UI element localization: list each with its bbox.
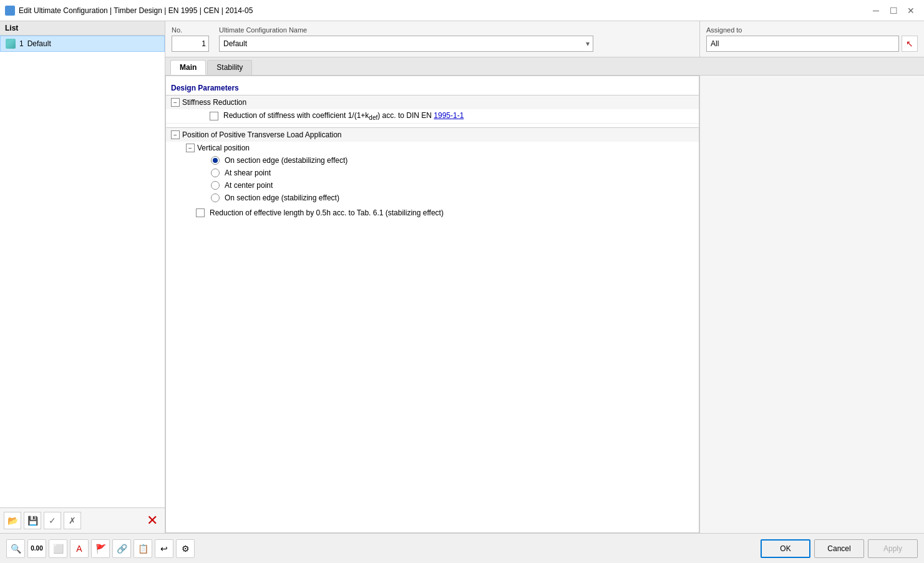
save-icon: 💾	[27, 516, 38, 526]
save-button[interactable]: 💾	[24, 512, 41, 529]
link-toolbar-btn[interactable]: 🔗	[112, 539, 131, 558]
stiffness-link[interactable]: 1995-1-1	[434, 111, 464, 120]
transverse-section: − Position of Positive Transverse Load A…	[166, 127, 699, 219]
right-panel: No. Ultimate Configuration Name Default …	[165, 21, 924, 533]
radio-shear[interactable]	[211, 169, 220, 177]
title-bar: Edit Ultimate Configuration | Timber Des…	[0, 0, 924, 21]
vertical-label: Vertical position	[197, 144, 250, 152]
app-icon	[5, 6, 15, 16]
font-icon: A	[76, 544, 82, 554]
no-label: No.	[172, 26, 209, 34]
radio-center[interactable]	[211, 181, 220, 190]
no-group: No.	[172, 26, 209, 52]
assigned-input[interactable]	[706, 36, 899, 52]
decimal-icon: 0.00	[31, 545, 42, 552]
bottom-toolbar: 🔍 0.00 ⬜ A 🚩 🔗 📋 ↩ ⚙ OK	[0, 533, 924, 563]
flag-icon: 🚩	[95, 544, 106, 554]
assigned-panel: Assigned to ↖	[699, 21, 924, 57]
copy-toolbar-btn[interactable]: 📋	[134, 539, 152, 558]
radio-row-1: On section edge (destabilizing effect)	[166, 154, 699, 167]
vertical-position-sub: − Vertical position On section edge (des…	[166, 142, 699, 204]
ok-button[interactable]: OK	[761, 539, 810, 558]
reduction-checkbox-row: Reduction of effective length by 0.5h ac…	[166, 207, 699, 219]
decimal-toolbar-btn[interactable]: 0.00	[27, 539, 46, 558]
check-icon: ✓	[49, 516, 56, 526]
close-button[interactable]: ✕	[903, 2, 919, 19]
name-select-wrapper: Default	[219, 36, 593, 52]
reduction-checkbox[interactable]	[196, 208, 205, 217]
list-item-name: Default	[27, 39, 51, 48]
font-toolbar-btn[interactable]: A	[70, 539, 89, 558]
name-label: Ultimate Configuration Name	[219, 26, 593, 34]
config-form: No. Ultimate Configuration Name Default	[165, 21, 699, 57]
right-info-panel	[699, 76, 924, 533]
title-text: Edit Ultimate Configuration | Timber Des…	[19, 6, 864, 15]
params-and-info: Design Parameters − Stiffness Reduction …	[165, 76, 924, 533]
top-form-row: No. Ultimate Configuration Name Default …	[165, 21, 924, 57]
tabs-bar: Main Stability	[165, 57, 924, 76]
vertical-collapse-btn[interactable]: −	[186, 144, 195, 152]
radio-row-3: At center point	[166, 179, 699, 192]
cancel-button[interactable]: Cancel	[814, 539, 864, 558]
flag-toolbar-btn[interactable]: 🚩	[91, 539, 110, 558]
radio-label-2: At shear point	[225, 169, 271, 177]
undo-toolbar-btn[interactable]: ↩	[155, 539, 173, 558]
settings-toolbar-btn[interactable]: ⚙	[176, 539, 195, 558]
list-item-number: 1	[19, 39, 24, 48]
list-item[interactable]: 1 Default	[0, 36, 165, 52]
left-panel-bottom: 📂 💾 ✓ ✗ ✕	[0, 507, 165, 533]
uncheck-icon: ✗	[69, 516, 76, 526]
radio-row-4: On section edge (stabilizing effect)	[166, 192, 699, 204]
window-controls: ─ ☐ ✕	[868, 2, 919, 19]
view-toolbar-btn[interactable]: ⬜	[49, 539, 67, 558]
transverse-collapse-btn[interactable]: −	[171, 130, 180, 139]
stiffness-section-header: − Stiffness Reduction	[166, 95, 699, 109]
maximize-button[interactable]: ☐	[885, 2, 902, 19]
folder-open-button[interactable]: 📂	[4, 512, 21, 529]
main-layout: List 1 Default 📂 💾 ✓ ✗	[0, 21, 924, 563]
link-icon: 🔗	[117, 544, 127, 554]
tab-stability[interactable]: Stability	[207, 60, 252, 75]
design-params-header: Design Parameters	[166, 81, 699, 95]
radio-destabilizing[interactable]	[211, 156, 220, 165]
name-select[interactable]: Default	[219, 36, 593, 52]
assigned-select-button[interactable]: ↖	[902, 36, 918, 52]
stiffness-collapse-btn[interactable]: −	[171, 98, 180, 107]
radio-label-3: At center point	[225, 181, 273, 190]
assigned-input-row: ↖	[706, 36, 918, 52]
radio-label-4: On section edge (stabilizing effect)	[225, 193, 339, 202]
copy-icon: 📋	[138, 544, 148, 554]
cursor-icon: ↖	[906, 39, 913, 49]
search-icon: 🔍	[11, 544, 21, 554]
view-icon: ⬜	[53, 544, 64, 554]
uncheck-button[interactable]: ✗	[64, 512, 81, 529]
radio-row-2: At shear point	[166, 167, 699, 179]
delete-button[interactable]: ✕	[143, 512, 161, 529]
check-button[interactable]: ✓	[44, 512, 61, 529]
radio-stabilizing[interactable]	[211, 193, 220, 202]
list-item-icon	[6, 39, 16, 49]
stiffness-checkbox-row: − Reduction of stiffness with coefficien…	[166, 109, 699, 123]
radio-label-1: On section edge (destabilizing effect)	[225, 156, 348, 165]
tab-main[interactable]: Main	[170, 60, 206, 75]
apply-button[interactable]: Apply	[868, 539, 918, 558]
no-input[interactable]	[172, 36, 209, 52]
folder-icon: 📂	[7, 516, 18, 526]
stiffness-label: Stiffness Reduction	[182, 98, 246, 107]
undo-icon: ↩	[160, 544, 168, 554]
search-toolbar-btn[interactable]: 🔍	[6, 539, 25, 558]
design-params-panel: Design Parameters − Stiffness Reduction …	[165, 76, 699, 533]
stiffness-section: − Stiffness Reduction − Reduction of sti…	[166, 95, 699, 124]
stiffness-checkbox[interactable]	[210, 112, 218, 120]
name-group: Ultimate Configuration Name Default	[219, 26, 593, 52]
transverse-label: Position of Positive Transverse Load App…	[182, 130, 341, 139]
action-buttons: OK Cancel Apply	[761, 539, 918, 558]
minimize-button[interactable]: ─	[868, 2, 884, 19]
content-area: List 1 Default 📂 💾 ✓ ✗	[0, 21, 924, 533]
left-panel: List 1 Default 📂 💾 ✓ ✗	[0, 21, 165, 533]
assigned-label: Assigned to	[706, 26, 918, 34]
stiffness-checkbox-label: Reduction of stiffness with coefficient …	[223, 111, 464, 121]
settings-icon: ⚙	[182, 544, 190, 554]
list-header: List	[0, 21, 165, 36]
transverse-section-header: − Position of Positive Transverse Load A…	[166, 128, 699, 142]
